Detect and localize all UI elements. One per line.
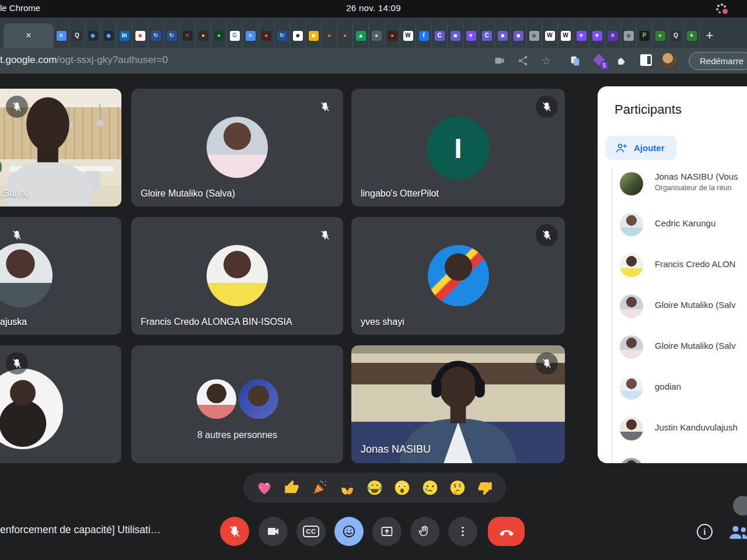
tab-favicon[interactable]: ■ [448,23,463,48]
mic-toggle-button[interactable] [220,517,249,546]
show-participants-button[interactable] [727,522,747,542]
thumbs-up-reaction[interactable] [282,478,301,497]
tab-favicon[interactable]: ♥ [574,23,589,48]
tab-favicon[interactable]: ↻ [148,23,164,48]
party-popper-reaction[interactable] [310,478,329,497]
astonished-face-reaction[interactable] [393,478,411,497]
tab-favicon[interactable]: ■ [306,23,322,48]
tab-favicon[interactable]: ◆ [101,23,117,48]
tab-favicon[interactable]: f [416,23,432,48]
meeting-info-button[interactable]: i [697,524,713,540]
tears-of-joy-reaction[interactable] [365,478,384,497]
tab-favicon[interactable]: ■ [132,23,148,48]
tab-favicon[interactable]: ■ [511,23,526,48]
tab-favicon[interactable]: ● [196,23,211,48]
mic-off-icon [536,96,558,118]
reading-list-icon[interactable] [568,53,583,68]
video-tile-gloire[interactable]: Gloire Mutaliko (Salva) [131,89,343,206]
participant-row[interactable]: Cedric Karungu [620,208,747,241]
end-call-button[interactable] [488,517,525,546]
tab-close-icon[interactable]: × [26,30,31,41]
tab-favicon[interactable]: G [227,23,243,48]
side-panel-icon[interactable] [640,54,652,66]
captions-button[interactable]: CC [296,517,326,546]
bookmark-star-icon[interactable]: ☆ [539,53,554,68]
video-tile-others[interactable]: 8 autres personnes [131,345,343,463]
tab-favicon[interactable]: P [637,23,652,48]
participant-avatar [0,243,53,307]
present-screen-button[interactable] [372,517,402,546]
tab-favicon[interactable]: < [180,23,196,48]
tab-favicon[interactable]: ◆ [85,23,101,48]
tab-favicon[interactable]: ■ [495,23,511,48]
tab-favicon[interactable]: ≡ [605,23,621,48]
camera-permission-icon[interactable] [492,53,507,68]
video-tile-francis[interactable]: Francis Credo ALONGA BIN-ISOSIA [131,217,343,335]
tab-favicon[interactable]: ● [259,23,274,48]
more-options-button[interactable] [448,517,477,546]
reactions-button[interactable] [334,517,364,546]
tile-name-label: Gloire Mutaliko (Salva) [141,188,235,199]
tab-favicon[interactable]: ◆ [621,23,637,48]
video-tile-ajuska[interactable]: ajuska [0,217,121,335]
clapping-hands-reaction[interactable] [338,478,357,497]
participant-row-partial[interactable] [620,453,747,463]
video-tile-yves[interactable]: yves shayi [351,217,565,335]
participant-row[interactable]: Francis Credo ALON [620,249,747,282]
tab-favicon[interactable]: in [117,23,132,48]
tab-favicon[interactable]: C [479,23,495,48]
tab-favicon[interactable]: ● [385,23,400,48]
tab-favicon[interactable]: ≡ [54,23,69,48]
participant-name: godian [655,382,681,391]
tab-favicon[interactable]: ● [322,23,337,48]
participant-row[interactable]: godian [620,372,747,404]
browser-address-bar[interactable]: t.google.com/ogt-ssxj-gky?authuser=0 ☆ 5… [0,48,747,74]
camera-toggle-button[interactable] [259,517,288,546]
new-tab-button[interactable]: + [700,23,720,48]
add-participant-button[interactable]: Ajouter [606,136,676,160]
crying-face-reaction[interactable] [421,478,439,497]
tab-favicon[interactable]: ● [337,23,353,48]
tab-favicon[interactable]: ≡ [243,23,259,48]
tab-favicon[interactable]: ↻ [164,23,180,48]
tab-favicon[interactable]: W [542,23,558,48]
tab-favicon[interactable]: W [400,23,416,48]
video-tile-jonas[interactable]: Jonas NASIBU [351,345,565,463]
system-tray-icon[interactable] [715,4,727,14]
browser-profile-avatar[interactable] [661,52,678,69]
tab-favicon[interactable]: Q [69,23,85,48]
tab-favicon[interactable]: ● [211,23,227,48]
thinking-face-reaction[interactable] [448,478,467,497]
tab-favicon[interactable]: ♥ [589,23,605,48]
participant-avatar [207,117,268,178]
tab-favicon[interactable]: ♥ [463,23,479,48]
tab-favicon[interactable]: Q [668,23,684,48]
tab-favicon[interactable]: ▲ [353,23,369,48]
tab-favicon[interactable]: ● [369,23,385,48]
restart-button[interactable]: Redémarre [689,52,747,70]
video-tile-participant[interactable] [0,345,121,463]
video-tile-otterpilot[interactable]: I lingabo's OtterPilot [351,89,565,206]
tab-favicon[interactable]: ● [652,23,668,48]
participant-row[interactable]: Jonas NASIBU (Vous Organisateur de la ré… [620,167,747,200]
tab-favicon[interactable]: C [432,23,448,48]
participant-row[interactable]: Gloire Mutaliko (Salv [620,331,747,363]
panel-scrollbar[interactable] [612,168,613,463]
thumbs-down-reaction[interactable] [476,478,494,497]
share-icon[interactable] [515,53,530,68]
sparkling-heart-reaction[interactable] [255,478,274,497]
participant-row[interactable]: Gloire Mutaliko (Salv [620,290,747,323]
tab-favicon[interactable]: ↻ [274,23,290,48]
tab-favicon[interactable]: ◆ [526,23,542,48]
active-tab[interactable]: × [4,23,54,48]
tab-favicon[interactable]: W [558,23,574,48]
tab-favicon[interactable]: + [684,23,700,48]
extension-badge: 5 [601,62,608,69]
video-tile-salva[interactable]: (Salva) [0,89,121,206]
url-text[interactable]: t.google.com/ogt-ssxj-gky?authuser=0 [0,54,168,66]
tab-favicon[interactable]: ■ [290,23,306,48]
mic-off-icon [536,352,558,374]
raise-hand-button[interactable] [410,517,439,546]
participant-row[interactable]: Justin Kanduvulajush [620,412,747,445]
extensions-puzzle-icon[interactable] [614,53,629,68]
